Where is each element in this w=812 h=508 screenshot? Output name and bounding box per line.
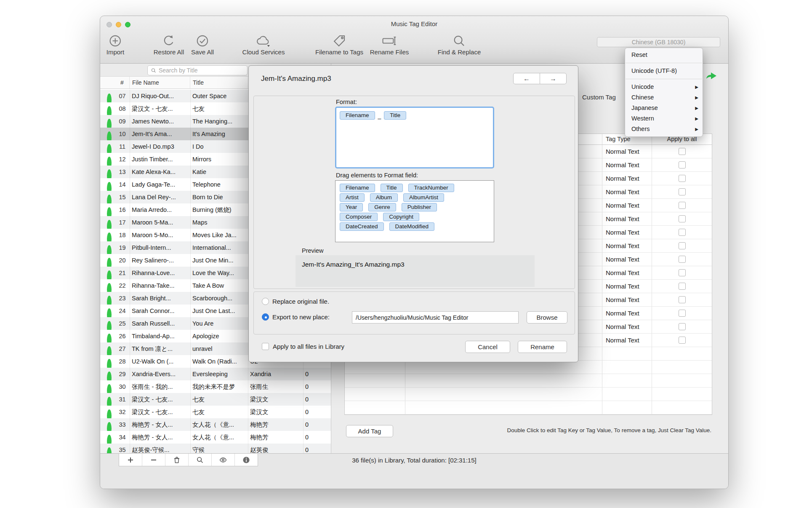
tag-type-cell[interactable]: Normal Text [602,172,652,185]
tab-custom-tag[interactable]: Custom Tag [582,94,616,101]
element-chip-artist[interactable]: Artist [340,193,365,202]
rename-files-button[interactable]: Rename Files [370,34,409,56]
file-row[interactable]: 32梁汉文 - 七友...七友梁汉文0 [100,406,331,418]
file-row[interactable]: 29Xandria-Evers...EversleepingXandria0 [100,368,331,380]
tag-type-cell[interactable]: Normal Text [602,199,652,212]
menu-item-japanese[interactable]: Japanese▶ [625,103,703,113]
search-field[interactable] [147,65,248,75]
find-replace-button[interactable]: Find & Replace [438,34,481,56]
close-button[interactable] [106,22,112,27]
encoding-select-field[interactable]: Chinese (GB 18030) [597,37,720,47]
apply-to-all-checkbox[interactable] [679,161,686,168]
menu-item-unicode-utf-8-[interactable]: Unicode (UTF-8) [625,66,703,76]
menu-item-others[interactable]: Others▶ [625,124,703,134]
apply-to-all-checkbox[interactable] [679,148,686,155]
tag-type-cell[interactable]: Normal Text [602,212,652,225]
element-chip-albumartist[interactable]: AlbumArtist [403,193,444,202]
menu-item-reset[interactable]: Reset [625,50,703,60]
add-tag-button[interactable]: Add Tag [346,425,393,437]
apply-to-all-checkbox[interactable] [679,229,686,236]
apply-to-all-checkbox[interactable] [679,269,686,276]
menu-item-unicode[interactable]: Unicode▶ [625,82,703,92]
apply-to-all-checkbox[interactable] [679,242,686,249]
tag-type-cell[interactable]: Normal Text [602,226,652,239]
element-chip-tracknumber[interactable]: TrackNumber [408,184,454,192]
custom-tag-row[interactable] [345,361,712,374]
tag-type-cell[interactable]: Normal Text [602,293,652,306]
element-chip-album[interactable]: Album [370,193,398,202]
element-chip-publisher[interactable]: Publisher [402,203,437,211]
file-row[interactable]: 30张雨生 - 我的...我的未来不是梦张雨生0 [100,380,331,393]
tag-type-cell[interactable]: Normal Text [602,253,652,266]
cancel-button[interactable]: Cancel [465,341,510,353]
apply-to-all-checkbox[interactable] [679,188,686,195]
replace-original-radio[interactable] [262,298,269,305]
format-field[interactable]: Filename _ Title [335,107,494,168]
format-chip-title[interactable]: Title [384,111,406,120]
element-chip-copyright[interactable]: Copyright [383,213,419,221]
element-chip-year[interactable]: Year [340,203,363,211]
file-row[interactable]: 35赵英俊-守候...守候赵英俊0 [100,444,331,453]
element-chip-title[interactable]: Title [381,184,403,192]
apply-to-all-checkbox[interactable] [679,256,686,263]
column-header-title[interactable]: Title [190,77,248,88]
menu-item-western[interactable]: Western▶ [625,113,703,124]
browse-button[interactable]: Browse [527,311,567,324]
tag-value-cell[interactable] [405,388,602,401]
tag-type-cell[interactable]: Normal Text [602,185,652,198]
file-row[interactable]: 31梁汉文 - 七友...七友梁汉文0 [100,393,331,406]
apply-to-all-checkbox[interactable] [679,215,686,222]
tag-type-cell[interactable]: Normal Text [602,280,652,293]
tag-type-cell[interactable] [602,347,652,360]
apply-to-all-checkbox[interactable] [679,337,686,344]
restore-all-button[interactable]: Restore All [154,34,184,56]
tag-type-cell[interactable]: Normal Text [602,239,652,252]
cloud-services-button[interactable]: Cloud Services [242,34,285,56]
file-row[interactable]: 33梅艳芳 - 女人...女人花（《意...梅艳芳0 [100,418,331,431]
apply-all-checkbox[interactable] [262,343,269,350]
tag-key-cell[interactable] [345,401,405,414]
apply-to-all-checkbox[interactable] [679,296,686,303]
custom-tag-row[interactable] [345,401,712,414]
prev-file-button[interactable]: ← [513,73,540,84]
format-chip-filename[interactable]: Filename [340,111,375,120]
apply-to-all-checkbox[interactable] [679,310,686,317]
tag-type-cell[interactable]: Normal Text [602,266,652,279]
filename-to-tags-button[interactable]: Filename to Tags [315,34,363,56]
export-new-place-radio[interactable] [262,313,269,321]
menu-item-chinese[interactable]: Chinese▶ [625,92,703,103]
import-button[interactable]: Import [106,34,125,56]
save-all-button[interactable]: Save All [191,34,214,56]
search-input[interactable] [159,67,244,74]
element-chip-datemodified[interactable]: DateModified [389,222,435,231]
custom-tag-row[interactable] [345,388,712,401]
minimize-button[interactable] [116,22,121,27]
tag-key-cell[interactable] [345,361,405,374]
zoom-window-button[interactable] [125,22,130,27]
column-header-number[interactable]: # [115,77,130,88]
tag-key-cell[interactable] [345,374,405,387]
tag-value-cell[interactable] [405,374,602,387]
column-header-filename[interactable]: File Name [130,77,190,88]
next-file-button[interactable]: → [540,73,567,84]
apply-to-all-checkbox[interactable] [679,323,686,330]
tag-type-cell[interactable] [602,361,652,374]
custom-tag-row[interactable] [345,374,712,388]
rename-button[interactable]: Rename [518,341,567,353]
tag-type-cell[interactable] [602,374,652,387]
export-path-field[interactable] [352,311,519,324]
element-chip-filename[interactable]: Filename [340,184,375,192]
tag-type-cell[interactable] [602,401,652,414]
tag-type-cell[interactable]: Normal Text [602,320,652,333]
tag-type-cell[interactable]: Normal Text [602,307,652,320]
file-row[interactable]: 34梅艳芳 - 女人...女人花（《意...梅艳芳0 [100,431,331,444]
element-chip-composer[interactable]: Composer [340,213,378,221]
element-chip-genre[interactable]: Genre [368,203,396,211]
apply-to-all-checkbox[interactable] [679,175,686,182]
tag-value-cell[interactable] [405,401,602,414]
tag-type-cell[interactable] [602,388,652,401]
element-chip-datecreated[interactable]: DateCreated [340,222,384,231]
convert-arrow-button[interactable] [705,70,718,83]
tag-type-cell[interactable]: Normal Text [602,334,652,347]
tag-key-cell[interactable] [345,388,405,401]
